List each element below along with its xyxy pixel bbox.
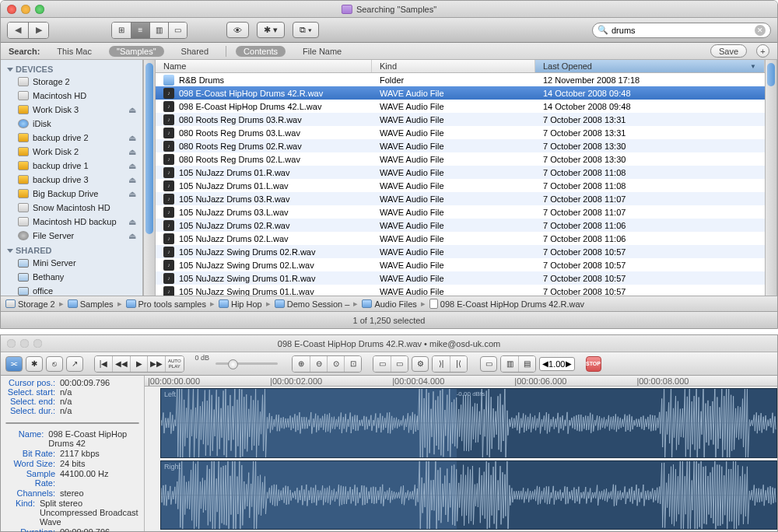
scope-this-mac[interactable]: This Mac — [49, 46, 100, 57]
table-row[interactable]: R&B Drums Folder 12 November 2008 17:18 — [156, 73, 765, 86]
table-row[interactable]: 105 NuJazz Drums 01.L.wav WAVE Audio Fil… — [156, 179, 765, 192]
icon-view-button[interactable]: ⊞ — [112, 23, 131, 38]
close-button[interactable] — [7, 339, 16, 348]
zoom-out-button[interactable]: ⊖ — [310, 356, 327, 372]
coverflow-view-button[interactable]: ▭ — [168, 23, 187, 38]
stop-button[interactable]: STOP — [586, 356, 601, 372]
table-row[interactable]: 105 NuJazz Drums 03.R.wav WAVE Audio Fil… — [156, 192, 765, 205]
path-segment[interactable]: Audio Files — [374, 299, 416, 309]
path-segment[interactable]: Demo Session – — [287, 299, 350, 309]
layout-b-button[interactable]: ▤ — [518, 356, 535, 372]
tab-export[interactable]: Export — [72, 423, 106, 424]
tab-info[interactable]: Info — [6, 423, 39, 424]
back-button[interactable]: ◀ — [8, 23, 28, 38]
sidebar-item[interactable]: File Server⏏ — [1, 229, 142, 243]
eject-icon[interactable]: ⏏ — [128, 217, 136, 227]
list-view-button[interactable]: ≡ — [131, 23, 149, 38]
table-row[interactable]: 105 NuJazz Swing Drums 02.L.wav WAVE Aud… — [156, 258, 765, 271]
table-row[interactable]: 080 Roots Reg Drums 02.R.wav WAVE Audio … — [156, 139, 765, 152]
sidebar-item[interactable]: backup drive 2⏏ — [1, 131, 142, 145]
table-scrollbar[interactable] — [765, 60, 777, 296]
table-row[interactable]: 105 NuJazz Drums 02.R.wav WAVE Audio Fil… — [156, 219, 765, 232]
scope-filename[interactable]: File Name — [295, 46, 349, 57]
sidebar-item[interactable]: backup drive 3⏏ — [1, 173, 142, 187]
sidebar-item[interactable]: Macintosh HD backup⏏ — [1, 215, 142, 229]
link-button[interactable]: ⫘ — [5, 356, 23, 372]
sidebar-item[interactable]: Macintosh HD — [1, 89, 142, 103]
path-segment[interactable]: Pro tools samples — [138, 299, 206, 309]
col-lastopened[interactable]: Last Opened — [535, 60, 765, 72]
sidebar-item[interactable]: Bethany — [1, 270, 142, 284]
forward-button[interactable]: ▶ — [28, 23, 48, 38]
volume-slider[interactable] — [216, 362, 278, 365]
sidebar-item[interactable]: Work Disk 2⏏ — [1, 145, 142, 159]
play-button[interactable]: ▶ — [130, 356, 147, 372]
time-ruler[interactable]: |00:00:00.000|00:00:02.000|00:00:04.000|… — [145, 376, 777, 387]
close-button[interactable] — [7, 5, 16, 14]
autoplay-button[interactable]: AUTOPLAY — [165, 356, 184, 372]
table-row[interactable]: 080 Roots Reg Drums 02.L.wav WAVE Audio … — [156, 152, 765, 166]
waveform-right[interactable]: Right ⏻ — [160, 460, 777, 530]
sidebar-item[interactable]: Storage 2 — [1, 75, 142, 89]
table-row[interactable]: 105 NuJazz Swing Drums 01.R.wav WAVE Aud… — [156, 271, 765, 285]
table-row[interactable]: 098 E-Coast HipHop Drums 42.L.wav WAVE A… — [156, 100, 765, 113]
col-name[interactable]: Name — [156, 60, 372, 72]
minimize-button[interactable] — [20, 339, 29, 348]
shared-header[interactable]: SHARED — [1, 243, 142, 256]
sidebar-item[interactable]: Snow Macintosh HD — [1, 201, 142, 215]
table-row[interactable]: 105 NuJazz Drums 02.L.wav WAVE Audio Fil… — [156, 232, 765, 245]
window-button[interactable]: ▭ — [480, 356, 497, 372]
add-rule-button[interactable]: + — [756, 44, 769, 58]
audio-titlebar[interactable]: 098 E-Coast HipHop Drums 42.R.wav • mike… — [1, 335, 777, 352]
scope-samples[interactable]: "Samples" — [109, 46, 164, 57]
eject-icon[interactable]: ⏏ — [128, 175, 136, 185]
titlebar[interactable]: Searching "Samples" — [1, 1, 777, 18]
expand-button[interactable]: ↗ — [66, 356, 83, 372]
rewind-start-button[interactable]: |◀ — [95, 356, 112, 372]
eject-icon[interactable]: ⏏ — [128, 189, 136, 199]
col-kind[interactable]: Kind — [372, 60, 535, 72]
save-search-button[interactable]: Save — [710, 44, 747, 58]
sidebar-item[interactable]: backup drive 1⏏ — [1, 159, 142, 173]
fastforward-button[interactable]: ▶▶ — [147, 356, 165, 372]
waveform-left[interactable]: Left -0.00 dBfs ⏻ — [160, 388, 777, 458]
sidebar-item[interactable]: iDisk — [1, 117, 142, 131]
path-segment[interactable]: Samples — [80, 299, 114, 309]
eject-icon[interactable]: ⏏ — [128, 147, 136, 157]
region-a-button[interactable]: ▭ — [373, 356, 391, 372]
zoom-in-button[interactable]: ⊕ — [293, 356, 310, 372]
trim-start-button[interactable]: ⟩| — [433, 356, 450, 372]
clear-search-button[interactable]: ✕ — [755, 25, 766, 36]
table-row[interactable]: 105 NuJazz Swing Drums 01.L.wav WAVE Aud… — [156, 285, 765, 296]
sidebar-item[interactable]: Big Backup Drive⏏ — [1, 187, 142, 201]
path-segment[interactable]: Storage 2 — [18, 299, 55, 309]
region-b-button[interactable]: ▭ — [391, 356, 408, 372]
zoom-fit-button[interactable]: ⊡ — [344, 356, 361, 372]
path-segment[interactable]: Hip Hop — [231, 299, 262, 309]
minimize-button[interactable] — [21, 5, 30, 14]
devices-header[interactable]: DEVICES — [1, 61, 142, 75]
search-input[interactable] — [612, 26, 752, 35]
table-row[interactable]: 105 NuJazz Drums 03.L.wav WAVE Audio Fil… — [156, 205, 765, 219]
scope-contents[interactable]: Contents — [236, 46, 286, 57]
zoom-sel-button[interactable]: ⊙ — [327, 356, 344, 372]
layout-a-button[interactable]: ▥ — [501, 356, 518, 372]
path-segment[interactable]: 098 E-Coast HipHop Drums 42.R.wav — [440, 299, 584, 309]
tab-regions[interactable]: Regi… — [39, 423, 72, 424]
rewind-button[interactable]: ◀◀ — [112, 356, 130, 372]
eject-icon[interactable]: ⏏ — [128, 133, 136, 143]
sidebar-scrollbar[interactable] — [143, 60, 156, 296]
speed-spinbox[interactable]: ◀ 1.00 ▶ — [539, 357, 574, 371]
tuning-button[interactable]: ⎋ — [46, 356, 63, 372]
action-menu[interactable]: ✱ ▾ — [257, 22, 285, 38]
tab-recent[interactable]: Recent — [105, 423, 138, 424]
dropbox-button[interactable]: ⧉ ▾ — [293, 22, 319, 38]
table-row[interactable]: 098 E-Coast HipHop Drums 42.R.wav WAVE A… — [156, 86, 765, 100]
gear-button[interactable]: ⚙ — [412, 356, 429, 372]
eject-icon[interactable]: ⏏ — [128, 231, 136, 241]
zoom-button[interactable] — [33, 339, 42, 348]
scope-shared[interactable]: Shared — [173, 46, 216, 57]
trim-end-button[interactable]: |⟨ — [450, 356, 467, 372]
eject-icon[interactable]: ⏏ — [128, 105, 136, 115]
quicklook-button[interactable]: 👁 — [226, 22, 249, 38]
